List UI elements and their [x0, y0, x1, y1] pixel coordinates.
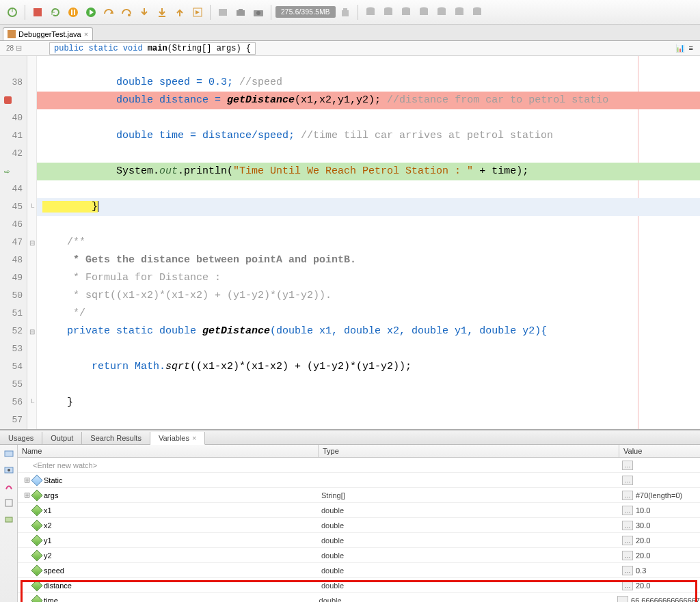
ellipsis-button[interactable]: …	[622, 566, 633, 575]
variable-icon	[31, 549, 43, 561]
svg-rect-17	[366, 9, 375, 15]
svg-rect-25	[438, 9, 446, 15]
db3-icon[interactable]	[398, 4, 414, 20]
code-editor[interactable]: 28 ⊟ public static void main(String[] ar…	[0, 41, 700, 430]
variable-row[interactable]: y2double…20.0	[18, 548, 700, 563]
svg-rect-7	[159, 16, 165, 17]
watch-icon[interactable]	[2, 447, 16, 461]
variable-row[interactable]: x2double…30.0	[18, 518, 700, 533]
tab-usages[interactable]: Usages	[0, 432, 42, 444]
expander-icon[interactable]: ⊞	[23, 491, 30, 500]
variable-row[interactable]: speeddouble…0.3	[18, 563, 700, 578]
db4-icon[interactable]	[416, 4, 432, 20]
step-out-icon[interactable]	[172, 4, 188, 20]
variable-value: 0.3	[636, 566, 646, 575]
run-to-cursor-icon[interactable]	[189, 4, 206, 20]
variable-row[interactable]: y1double…20.0	[18, 533, 700, 548]
variable-value: 20.0	[636, 582, 650, 590]
variable-icon	[31, 519, 43, 531]
tab-search-results[interactable]: Search Results	[82, 432, 150, 444]
stop-icon[interactable]	[29, 4, 46, 20]
ellipsis-button[interactable]: …	[622, 461, 633, 470]
svg-rect-10	[237, 10, 245, 16]
svg-rect-14	[342, 10, 349, 16]
step-into-icon[interactable]	[136, 4, 152, 20]
step-over-icon[interactable]	[100, 4, 117, 20]
ellipsis-button[interactable]: …	[622, 491, 633, 500]
file-tab[interactable]: DebuggerTest.java ×	[3, 27, 93, 40]
col-value[interactable]: Value	[619, 445, 700, 457]
svg-rect-27	[455, 9, 463, 15]
new-watch-icon[interactable]	[2, 480, 16, 493]
variable-row[interactable]: distancedouble…20.0	[18, 578, 700, 593]
db6-icon[interactable]	[451, 4, 468, 20]
col-name[interactable]: Name	[18, 445, 319, 457]
svg-rect-1	[33, 8, 42, 16]
variable-row[interactable]: x1double…10.0	[18, 503, 700, 518]
filter-icon[interactable]	[2, 512, 16, 526]
marks-icon-2[interactable]: ≡	[689, 44, 693, 53]
variable-type: double	[319, 566, 619, 575]
variable-name: x2	[44, 521, 52, 530]
variable-type: String[]	[319, 491, 619, 500]
variable-name: time	[44, 597, 58, 603]
ellipsis-button[interactable]: …	[622, 506, 633, 515]
profile-icon[interactable]	[4, 4, 21, 20]
ellipsis-button[interactable]: …	[622, 581, 633, 590]
tab-variables[interactable]: Variables×	[150, 432, 205, 445]
breakpoint-marker	[0, 92, 27, 109]
variable-type: double	[319, 506, 619, 515]
variable-icon	[31, 579, 43, 591]
ellipsis-button[interactable]: …	[622, 476, 633, 485]
step-into-next-icon[interactable]	[154, 4, 170, 20]
fold-gutter[interactable]: └⊟⊟└	[27, 41, 37, 429]
variables-table[interactable]: Name Type Value <Enter new watch> … ⊞Sta…	[18, 445, 700, 602]
refresh-icon[interactable]	[47, 4, 64, 20]
ellipsis-button[interactable]: …	[622, 521, 633, 530]
svg-rect-30	[8, 30, 16, 38]
marks-icon[interactable]: 📊	[675, 44, 685, 53]
svg-point-13	[256, 11, 260, 15]
breadcrumb-bar: 28 ⊟ public static void main(String[] ar…	[0, 41, 700, 56]
close-icon[interactable]: ×	[192, 434, 196, 442]
variable-row[interactable]: ⊞argsString[]…#70(length=0)	[18, 488, 700, 503]
variable-name: x1	[44, 506, 52, 515]
variable-icon	[31, 534, 43, 546]
db5-icon[interactable]	[433, 4, 450, 20]
line-gutter[interactable]: 38 40 41 42 44 45 46 47 48 49 50 51 52 5…	[0, 41, 27, 429]
gc-icon[interactable]	[337, 4, 353, 20]
db7-icon[interactable]	[469, 4, 485, 20]
ellipsis-button[interactable]: …	[617, 596, 628, 603]
col-type[interactable]: Type	[319, 445, 619, 457]
svg-rect-11	[239, 9, 243, 11]
ellipsis-button[interactable]: …	[622, 551, 633, 560]
db1-icon[interactable]	[362, 4, 379, 20]
svg-rect-9	[219, 9, 227, 16]
variable-row[interactable]: ⊞Static…	[18, 473, 700, 488]
ellipsis-button[interactable]: …	[622, 536, 633, 545]
close-icon[interactable]: ×	[84, 30, 88, 38]
expander-icon[interactable]: ⊞	[23, 476, 30, 484]
db2-icon[interactable]	[380, 4, 396, 20]
eval-icon[interactable]	[2, 496, 16, 510]
variable-type: double	[317, 597, 615, 603]
pause-icon[interactable]	[65, 4, 81, 20]
static-icon	[31, 474, 43, 486]
take-snapshot-icon[interactable]	[232, 4, 249, 20]
breadcrumb[interactable]: public static void main(String[] args) {	[49, 42, 256, 55]
variable-row[interactable]: timedouble…66.66666666666667	[18, 593, 700, 602]
continue-icon[interactable]	[83, 4, 99, 20]
watch2-icon[interactable]	[2, 463, 16, 477]
new-watch-row[interactable]: <Enter new watch> …	[18, 458, 700, 473]
apply-code-icon[interactable]	[215, 4, 231, 20]
memory-indicator[interactable]: 275.6/395.5MB	[275, 6, 336, 18]
svg-rect-34	[5, 500, 12, 506]
svg-rect-19	[384, 9, 392, 15]
code-body[interactable]: double speed = 0.3; //speed double dista…	[37, 41, 700, 429]
svg-rect-21	[402, 9, 410, 15]
file-tab-bar: DebuggerTest.java ×	[0, 25, 700, 41]
svg-rect-23	[420, 9, 428, 15]
tab-output[interactable]: Output	[42, 432, 82, 444]
step-over-expr-icon[interactable]	[118, 4, 135, 20]
camera-icon[interactable]	[250, 4, 267, 20]
